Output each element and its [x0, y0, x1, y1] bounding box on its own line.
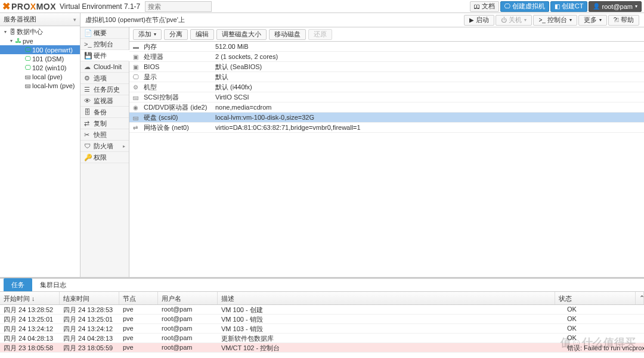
side-tab[interactable]: ☁Cloud-Init — [80, 61, 129, 73]
side-tab[interactable]: >_控制台 — [80, 39, 129, 50]
hw-icon: ▣ — [133, 64, 144, 70]
tree-item-label: local (pve) — [32, 73, 63, 80]
tree-view-selector[interactable]: 服务器视图▾ — [0, 13, 80, 26]
tree-item-label: pve — [23, 38, 33, 45]
tree-item[interactable]: 🖵101 (DSM) — [0, 54, 80, 63]
hardware-row[interactable]: 🖴硬盘 (scsi0)local-lvm:vm-100-disk-0,size=… — [129, 113, 644, 123]
tree-item[interactable]: 🖴local (pve) — [0, 72, 80, 81]
hardware-row[interactable]: ⇄网络设备 (net0)virtio=DA:81:0C:63:82:71,bri… — [129, 123, 644, 133]
side-tab[interactable]: ⚙选项 — [80, 73, 129, 84]
env-version: Virtual Environment 7.1-7 — [60, 2, 140, 11]
tree-item-label: 101 (DSM) — [32, 55, 64, 63]
hardware-row[interactable]: ⚙机型默认 (i440fx) — [129, 82, 644, 92]
bottom-panel: 任务 集群日志 开始时间 ↓ 结束时间 节点 用户名 描述 状态 ⌃ 四月 24… — [0, 277, 644, 358]
tab-icon: 📄 — [84, 29, 94, 37]
side-tab[interactable]: 👁监视器 — [80, 95, 129, 107]
edit-button[interactable]: 编辑 — [190, 29, 214, 40]
docs-button[interactable]: 🕮文档 — [470, 1, 499, 12]
hw-key: CD/DVD驱动器 (ide2) — [144, 103, 207, 112]
help-icon: ?⃝ — [614, 17, 619, 23]
tree-item[interactable]: ▾🖧pve — [0, 36, 80, 45]
task-row[interactable]: 四月 24 13:24:12四月 24 13:24:12pveroot@pamV… — [0, 324, 644, 334]
tab-label: Cloud-Init — [94, 63, 122, 70]
add-button[interactable]: 添加▾ — [133, 29, 162, 40]
move-disk-button[interactable]: 移动磁盘 — [269, 29, 306, 40]
side-tab[interactable]: 🛡防火墙▸ — [80, 141, 129, 152]
side-tab[interactable]: 📄概要 — [80, 27, 129, 39]
start-button[interactable]: ▶启动 — [464, 15, 494, 26]
server-tree-panel: 服务器视图▾ ▾🗄数据中心▾🖧pve🖵100 (openwrt)🖵101 (DS… — [0, 13, 80, 277]
col-status[interactable]: 状态 — [555, 292, 636, 304]
hardware-row[interactable]: ◉CD/DVD驱动器 (ide2)none,media=cdrom — [129, 102, 644, 113]
tab-icon: 💾 — [84, 52, 94, 60]
user-icon: 👤 — [593, 3, 600, 10]
user-menu-button[interactable]: 👤root@pam▾ — [589, 1, 642, 12]
create-ct-button[interactable]: ◧创建CT — [550, 1, 588, 12]
terminal-icon: >_ — [538, 17, 545, 23]
hardware-row[interactable]: ▣处理器2 (1 sockets, 2 cores) — [129, 52, 644, 62]
vm-icon: 🖵 — [24, 46, 32, 53]
tab-label: 控制台 — [94, 40, 113, 49]
revert-button[interactable]: 还原 — [308, 29, 332, 40]
task-header: 开始时间 ↓ 结束时间 节点 用户名 描述 状态 ⌃ — [0, 292, 644, 305]
col-end-time[interactable]: 结束时间 — [60, 292, 119, 304]
hw-value: 默认 (SeaBIOS) — [210, 63, 644, 71]
hw-value: none,media=cdrom — [210, 104, 644, 111]
hardware-list: ▬内存512.00 MiB▣处理器2 (1 sockets, 2 cores)▣… — [129, 42, 644, 277]
book-icon: 🕮 — [474, 3, 480, 10]
detach-button[interactable]: 分离 — [164, 29, 188, 40]
hardware-row[interactable]: ▣BIOS默认 (SeaBIOS) — [129, 62, 644, 72]
tree-item-label: 102 (win10) — [32, 64, 66, 71]
create-vm-button[interactable]: 🖵创建虚拟机 — [500, 1, 549, 12]
hardware-row[interactable]: ▬内存512.00 MiB — [129, 42, 644, 52]
hardware-row[interactable]: 🖴SCSI控制器VirtIO SCSI — [129, 92, 644, 102]
task-row[interactable]: 四月 24 04:28:13四月 24 04:28:13pveroot@pam更… — [0, 334, 644, 343]
hardware-row[interactable]: 🖵显示默认 — [129, 72, 644, 82]
hw-icon: 🖴 — [133, 114, 144, 121]
hw-icon: ⇄ — [133, 124, 144, 131]
power-icon: ⏻ — [501, 17, 507, 23]
search-input[interactable] — [145, 1, 212, 12]
hw-icon: ◉ — [133, 104, 144, 111]
tree-item[interactable]: 🖵102 (win10) — [0, 63, 80, 72]
content-header: 虚拟机100 (openwrt)在节点'pve'上 ▶启动 ⏻关机▾ >_控制台… — [80, 13, 644, 27]
tree-item[interactable]: 🖴local-lvm (pve) — [0, 81, 80, 90]
col-user[interactable]: 用户名 — [158, 292, 218, 304]
hw-value: local-lvm:vm-100-disk-0,size=32G — [210, 114, 644, 121]
hw-icon: ▣ — [133, 54, 144, 60]
tab-icon: 🗄 — [84, 108, 94, 116]
help-button[interactable]: ?⃝帮助 — [608, 15, 639, 26]
side-tab[interactable]: ☰任务历史 — [80, 84, 129, 95]
more-button[interactable]: 更多▾ — [578, 15, 607, 26]
tab-label: 概要 — [94, 29, 107, 38]
hw-key: 机型 — [144, 83, 157, 92]
task-row[interactable]: 四月 24 13:28:52四月 24 13:28:53pveroot@pamV… — [0, 305, 644, 315]
side-tab[interactable]: ✂快照 — [80, 129, 129, 141]
tab-tasks[interactable]: 任务 — [4, 278, 32, 291]
side-tab[interactable]: 💾硬件 — [80, 50, 129, 61]
play-icon: ▶ — [469, 17, 474, 23]
tree-item[interactable]: 🖵100 (openwrt) — [0, 45, 80, 54]
task-row[interactable]: 四月 24 13:25:01四月 24 13:25:01pveroot@pamV… — [0, 315, 644, 324]
col-start-time[interactable]: 开始时间 ↓ — [0, 292, 60, 304]
vm-title: 虚拟机100 (openwrt)在节点'pve'上 — [85, 15, 185, 24]
side-tab[interactable]: 🗄备份 — [80, 107, 129, 118]
hw-key: SCSI控制器 — [144, 93, 179, 102]
hw-key: BIOS — [144, 63, 159, 70]
tree-item[interactable]: ▾🗄数据中心 — [0, 27, 80, 36]
col-node[interactable]: 节点 — [119, 292, 158, 304]
collapse-icon[interactable]: ⌃ — [636, 292, 644, 304]
tab-icon: ⚙ — [84, 74, 94, 82]
shutdown-button[interactable]: ⏻关机▾ — [496, 15, 532, 26]
task-row[interactable]: 四月 23 18:05:58四月 23 18:05:59pveroot@pamV… — [0, 343, 644, 353]
side-tab[interactable]: ⇄复制 — [80, 118, 129, 129]
col-desc[interactable]: 描述 — [218, 292, 555, 304]
hw-icon: 🖵 — [133, 74, 144, 80]
tab-label: 监视器 — [94, 96, 113, 105]
console-button[interactable]: >_控制台▾ — [533, 15, 577, 26]
resize-disk-button[interactable]: 调整磁盘大小 — [216, 29, 267, 40]
storage-icon: 🖴 — [24, 82, 32, 89]
tab-icon: ☁ — [84, 63, 94, 71]
tab-cluster-log[interactable]: 集群日志 — [32, 278, 74, 291]
side-tab[interactable]: 🔑权限 — [80, 152, 129, 163]
